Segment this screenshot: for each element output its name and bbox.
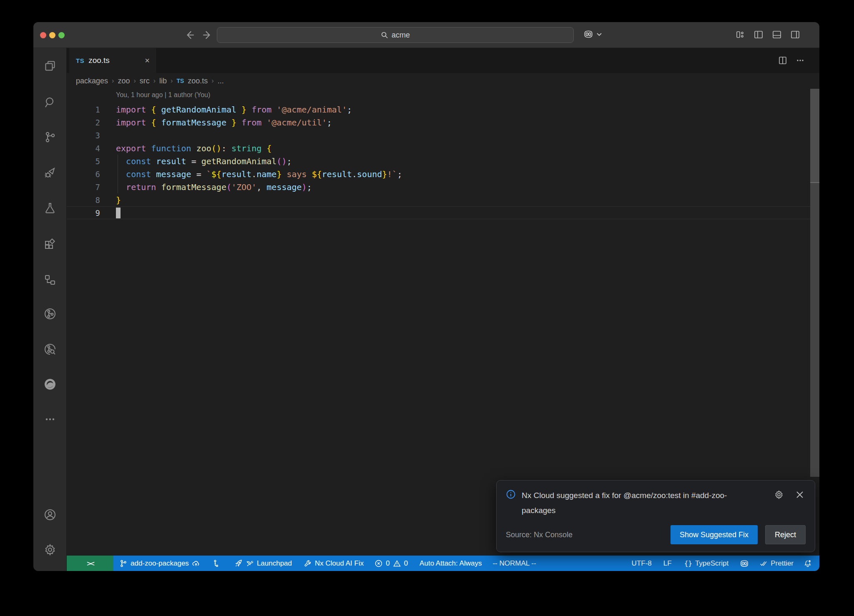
back-arrow-icon[interactable] [184, 30, 195, 40]
code-line[interactable]: 8} [67, 193, 819, 206]
command-center-search[interactable]: acme [217, 27, 574, 43]
extensions-icon[interactable] [43, 237, 57, 250]
line-number: 8 [67, 195, 100, 205]
vim-mode-item[interactable]: -- NORMAL -- [492, 559, 536, 568]
line-number: 7 [67, 183, 100, 192]
settings-gear-icon[interactable] [43, 543, 57, 556]
bell-dot-icon [804, 559, 812, 568]
code-text: import { formatMessage } from '@acme/uti… [116, 118, 332, 128]
explorer-icon[interactable] [43, 60, 57, 73]
code-text: export function zoo(): string { [116, 143, 271, 153]
breadcrumb-item[interactable]: zoo [118, 77, 130, 85]
activity-bar [33, 48, 67, 571]
status-bar: >< add-zoo-packages L [67, 556, 819, 571]
encoding-item[interactable]: UTF-8 [632, 559, 652, 568]
code-line[interactable]: 1import { getRandomAnimal } from '@acme/… [67, 103, 819, 116]
breadcrumb-file[interactable]: zoo.ts [188, 77, 208, 85]
source-control-icon[interactable] [43, 130, 57, 144]
toggle-sidebar-icon[interactable] [754, 30, 764, 40]
customize-layout-icon[interactable] [735, 30, 745, 40]
copilot-menu[interactable] [583, 29, 602, 40]
close-window-button[interactable] [40, 32, 46, 38]
account-icon[interactable] [43, 508, 57, 521]
code-line[interactable]: 6 const message = `${result.name} says $… [67, 168, 819, 180]
breadcrumb-item[interactable]: lib [159, 77, 167, 85]
testing-icon[interactable] [43, 201, 57, 215]
nx-cloud-fix-item[interactable]: Nx Cloud AI Fix [304, 559, 364, 568]
breadcrumb-separator: › [211, 77, 214, 85]
show-suggested-fix-button[interactable]: Show Suggested Fix [671, 525, 758, 544]
code-line[interactable]: 4export function zoo(): string { [67, 142, 819, 155]
copilot-status-item[interactable] [739, 558, 749, 568]
more-actions-icon[interactable] [795, 55, 805, 65]
remote-indicator[interactable]: >< [67, 556, 113, 571]
breadcrumb: packages › zoo › src › lib › TS zoo.ts ›… [67, 73, 819, 89]
commit-graph-icon[interactable] [43, 307, 57, 321]
close-tab-icon[interactable]: × [145, 56, 150, 65]
gear-icon[interactable] [774, 490, 784, 500]
line-number: 1 [67, 105, 100, 114]
warning-icon [393, 559, 401, 568]
typescript-file-icon: TS [176, 78, 184, 84]
code-text: } [116, 195, 121, 205]
pipeline-icon [212, 559, 220, 568]
problems-item[interactable]: 0 0 [374, 559, 408, 568]
double-check-icon [759, 559, 768, 568]
search-icon [381, 31, 388, 39]
breadcrumb-separator: › [153, 77, 156, 85]
auto-attach-item[interactable]: Auto Attach: Always [419, 559, 482, 568]
error-icon [374, 559, 383, 568]
line-number: 6 [67, 170, 100, 179]
search-value: acme [392, 31, 410, 40]
more-icon[interactable] [43, 413, 57, 426]
screen: acme [0, 0, 854, 616]
scrollbar-thumb[interactable] [810, 89, 819, 182]
wrench-icon [304, 559, 312, 568]
code-line[interactable]: 3 [67, 129, 819, 142]
breadcrumb-item[interactable]: src [140, 77, 150, 85]
code-line[interactable]: 9 [67, 206, 819, 219]
toast-message: Nx Cloud suggested a fix for @acme/zoo:t… [522, 488, 769, 518]
pipeline-item[interactable] [212, 559, 220, 568]
branch-item[interactable]: add-zoo-packages [119, 559, 200, 568]
breadcrumb-more[interactable]: ... [218, 77, 224, 85]
git-codelens[interactable]: You, 1 hour ago | 1 author (You) [116, 91, 210, 99]
line-number: 3 [67, 131, 100, 140]
forward-arrow-icon[interactable] [202, 30, 213, 40]
block-cursor [116, 208, 121, 218]
close-icon[interactable] [795, 490, 805, 500]
zoom-window-button[interactable] [58, 32, 65, 38]
flowchart-icon[interactable] [43, 273, 57, 286]
editor-scrollbar[interactable] [810, 89, 819, 477]
language-item[interactable]: {} TypeScript [684, 559, 729, 568]
scrollbar-track[interactable] [810, 183, 819, 477]
toggle-panel-icon[interactable] [772, 30, 782, 40]
line-number: 5 [67, 157, 100, 166]
copilot-icon [739, 558, 749, 568]
notifications-item[interactable] [804, 559, 812, 568]
code-text: return formatMessage('ZOO', message); [116, 182, 312, 192]
line-number: 9 [67, 208, 100, 218]
code-text: const result = getRandomAnimal(); [116, 156, 292, 166]
code-line[interactable]: 7 return formatMessage('ZOO', message); [67, 180, 819, 193]
title-bar: acme [33, 22, 819, 48]
prettier-item[interactable]: Prettier [759, 559, 794, 568]
launchpad-item[interactable]: Launchpad [234, 559, 292, 568]
indent-guide [118, 155, 118, 193]
graph-search-icon[interactable] [43, 343, 57, 356]
code-lines: 1import { getRandomAnimal } from '@acme/… [67, 103, 819, 219]
breadcrumb-item[interactable]: packages [76, 77, 108, 85]
eol-item[interactable]: LF [663, 559, 672, 568]
run-and-debug-icon[interactable] [43, 166, 57, 180]
toggle-secondary-sidebar-icon[interactable] [790, 30, 800, 40]
code-line[interactable]: 5 const result = getRandomAnimal(); [67, 155, 819, 168]
browser-swirl-icon[interactable] [43, 378, 57, 391]
code-line[interactable]: 2import { formatMessage } from '@acme/ut… [67, 116, 819, 129]
line-number: 2 [67, 118, 100, 127]
minimize-window-button[interactable] [49, 32, 55, 38]
tab-zoo-ts[interactable]: TS zoo.ts × [69, 48, 157, 73]
traffic-lights [40, 32, 65, 38]
split-editor-icon[interactable] [778, 55, 788, 65]
reject-button[interactable]: Reject [765, 525, 806, 544]
search-icon[interactable] [43, 96, 57, 109]
